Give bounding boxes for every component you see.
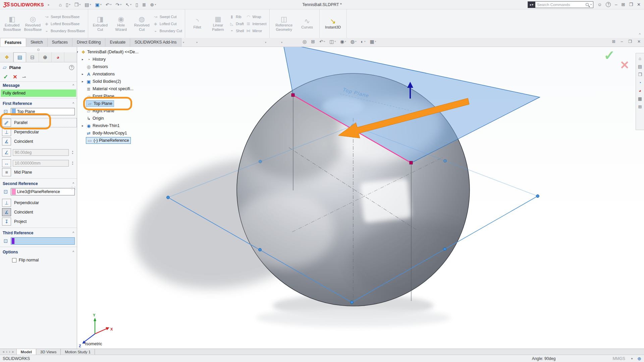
ribbon-collapse-icon[interactable]: ^ bbox=[639, 33, 641, 37]
appearances-icon[interactable]: ◕ bbox=[639, 88, 641, 93]
minimize-button[interactable]: – bbox=[615, 2, 617, 7]
doc-minimize-button[interactable]: – bbox=[621, 39, 623, 44]
draft-button[interactable]: ◺Draft bbox=[229, 21, 244, 27]
tree-item-revolve-thin1[interactable]: ▸ ◉ Revolve-Thin1 bbox=[76, 122, 139, 129]
mirror-button[interactable]: ⋈Mirror bbox=[246, 28, 266, 34]
third-reference-selection-box[interactable] bbox=[11, 237, 75, 245]
open-button[interactable]: ❐▾ bbox=[73, 1, 82, 8]
pattern-dropdown-icon[interactable]: ▾ bbox=[196, 41, 198, 44]
panel-resize-handle[interactable]: ⋮⋮ bbox=[70, 186, 76, 190]
view-palette-icon[interactable]: ◔ bbox=[639, 80, 641, 85]
shell-button[interactable]: ◓Shell bbox=[229, 28, 244, 34]
panel-collapse-handle[interactable] bbox=[0, 47, 77, 52]
first-reference-selection-box[interactable]: Top Plane bbox=[11, 108, 75, 115]
tab-solidworks-add-ins[interactable]: SOLIDWORKS Add-Ins bbox=[130, 38, 181, 47]
search-commands-box[interactable]: ▸▾ Search Commands ▾ bbox=[528, 1, 593, 8]
fillet-dropdown-icon[interactable]: ▾ bbox=[183, 41, 184, 44]
doc-tile-icon[interactable]: ⊞ bbox=[612, 39, 615, 44]
forum-icon[interactable]: ⊞ bbox=[638, 104, 642, 109]
revolved-boss-base-button[interactable]: ◎ RevolvedBoss/Base bbox=[23, 15, 42, 32]
tab-features[interactable]: Features bbox=[0, 38, 26, 47]
linear-pattern-button[interactable]: ▦ LinearPattern bbox=[209, 15, 227, 32]
tab-sketch[interactable]: Sketch bbox=[26, 38, 48, 47]
section-view-button[interactable]: ◫▾ bbox=[329, 39, 336, 44]
nav-next-icon[interactable]: › bbox=[9, 350, 10, 354]
tab-configuration-manager[interactable]: ⊟ bbox=[26, 52, 39, 62]
custom-properties-icon[interactable]: ▦ bbox=[638, 96, 642, 101]
reference-geometry-button[interactable]: ◫ ReferenceGeometry bbox=[272, 15, 296, 32]
tab-display-manager[interactable]: ◕ bbox=[52, 52, 64, 62]
wrap-button[interactable]: ◠Wrap bbox=[246, 14, 266, 20]
options-section-header[interactable]: Options ^ bbox=[0, 248, 77, 256]
search-scope-icon[interactable]: ▸▾ bbox=[528, 2, 535, 8]
previous-view-button[interactable]: ↶▾ bbox=[319, 39, 325, 44]
second-reference-selection-box[interactable]: Line3@PlaneReference bbox=[11, 188, 75, 195]
nav-last-icon[interactable]: » bbox=[12, 350, 14, 354]
tab-motion-study-1[interactable]: Motion Study 1 bbox=[61, 349, 95, 355]
tile-windows-icon[interactable]: ⊞ bbox=[622, 2, 625, 7]
curves-dropdown-icon[interactable]: ▾ bbox=[281, 41, 282, 44]
print-button[interactable]: ▣▾ bbox=[94, 1, 103, 8]
tree-item-solid-bodies[interactable]: ▸ ▣ Solid Bodies(2) bbox=[76, 78, 139, 85]
tab-surfaces[interactable]: Surfaces bbox=[48, 38, 72, 47]
flip-normal-option[interactable]: Flip normal bbox=[0, 256, 77, 264]
tree-item-top-plane[interactable]: ▱ Top Plane bbox=[76, 100, 139, 107]
tree-item-right-plane[interactable]: ▱ Right Plane bbox=[76, 107, 139, 115]
display-style-button[interactable]: ◍▾ bbox=[351, 39, 357, 44]
tree-item-plane-reference[interactable]: ▭ (-) PlaneReference bbox=[76, 137, 139, 144]
zoom-to-area-button[interactable]: ⊞ bbox=[311, 39, 315, 44]
tree-item-part[interactable]: ▾ ❖ TennisBall (Default) <<De... bbox=[76, 48, 139, 56]
flip-normal-checkbox[interactable] bbox=[12, 258, 16, 262]
swept-boss-base-button[interactable]: ↝Swept Boss/Base bbox=[44, 14, 85, 20]
restore-button[interactable]: ❐ bbox=[629, 2, 633, 7]
globe-icon[interactable]: ⊕ bbox=[637, 356, 641, 361]
boundary-boss-base-button[interactable]: ◒Boundary Boss/Base bbox=[44, 28, 85, 34]
tree-item-annotations[interactable]: ▸ A Annotations bbox=[76, 70, 139, 78]
swept-cut-button[interactable]: ↝Swept Cut bbox=[153, 14, 182, 20]
pin-icon[interactable]: ⇀ bbox=[22, 74, 26, 80]
distance-input[interactable]: 10.000000mm bbox=[13, 160, 69, 167]
distance-spinner[interactable]: ▲▼ bbox=[70, 160, 75, 167]
first-reference-header[interactable]: First Reference ^ bbox=[0, 100, 77, 107]
hole-wizard-button[interactable]: ◉ HoleWizard bbox=[112, 15, 130, 32]
parallel-option[interactable]: ∥ Parallel bbox=[0, 118, 77, 127]
undo-button[interactable]: ↶▾ bbox=[104, 1, 113, 8]
second-coincident-option[interactable]: ∡ Coincident bbox=[0, 207, 77, 217]
file-properties-button[interactable]: ≣ bbox=[141, 1, 148, 8]
design-library-icon[interactable]: ▤ bbox=[638, 64, 642, 69]
nav-first-icon[interactable]: « bbox=[3, 350, 5, 354]
nav-prev-icon[interactable]: ‹ bbox=[6, 350, 7, 354]
apply-scene-button[interactable]: ▦▾ bbox=[370, 39, 376, 44]
rib-button[interactable]: ▮Rib bbox=[229, 14, 244, 20]
boundary-cut-button[interactable]: ◒Boundary Cut bbox=[153, 28, 182, 34]
select-button[interactable]: ↖▾ bbox=[124, 1, 133, 8]
graphics-viewport[interactable]: Top Plane Y X Z bbox=[77, 47, 644, 349]
intersect-button[interactable]: ⊞Intersect bbox=[246, 21, 266, 27]
help-icon[interactable]: ? bbox=[606, 2, 611, 7]
tab-evaluate[interactable]: Evaluate bbox=[105, 38, 130, 47]
zoom-to-fit-button[interactable]: ◎ bbox=[303, 39, 307, 44]
rebuild-button[interactable]: ▯ bbox=[134, 1, 140, 8]
redo-button[interactable]: ↷▾ bbox=[114, 1, 123, 8]
extruded-boss-base-button[interactable]: ◧ ExtrudedBoss/Base bbox=[3, 15, 21, 32]
cancel-button[interactable]: ✕ bbox=[13, 74, 17, 80]
search-dropdown-icon[interactable]: ▾ bbox=[590, 3, 592, 6]
pm-help-icon[interactable]: ? bbox=[69, 65, 74, 70]
extruded-cut-button[interactable]: ◨ ExtrudedCut bbox=[91, 15, 110, 32]
tree-item-body-move-copy1[interactable]: ⇄ Body-Move/Copy1 bbox=[76, 129, 139, 137]
viewport-canvas[interactable]: Top Plane Y X Z bbox=[77, 47, 644, 349]
revolved-cut-button[interactable]: ◍ RevolvedCut bbox=[132, 15, 151, 32]
edge-handle-end[interactable] bbox=[410, 161, 413, 164]
resources-icon[interactable]: ⌂ bbox=[639, 56, 641, 61]
angle-input[interactable]: 90.00deg bbox=[13, 149, 69, 156]
lofted-cut-button[interactable]: ◈Lofted Cut bbox=[153, 21, 182, 27]
tree-item-sensors[interactable]: ◎ Sensors bbox=[76, 63, 139, 70]
home-button[interactable]: ⌂ bbox=[57, 1, 63, 8]
menu-expand-icon[interactable]: ▸ bbox=[48, 3, 50, 6]
view-orientation-button[interactable]: ◉▾ bbox=[340, 39, 346, 44]
tab-dimxpert-manager[interactable]: ⊕ bbox=[39, 52, 52, 62]
project-option[interactable]: ↧ Project bbox=[0, 217, 77, 226]
expand-closed-icon[interactable]: ▸ bbox=[82, 80, 86, 83]
confirm-cancel-icon[interactable]: ✕ bbox=[620, 58, 630, 72]
tab-model[interactable]: Model bbox=[17, 349, 36, 355]
